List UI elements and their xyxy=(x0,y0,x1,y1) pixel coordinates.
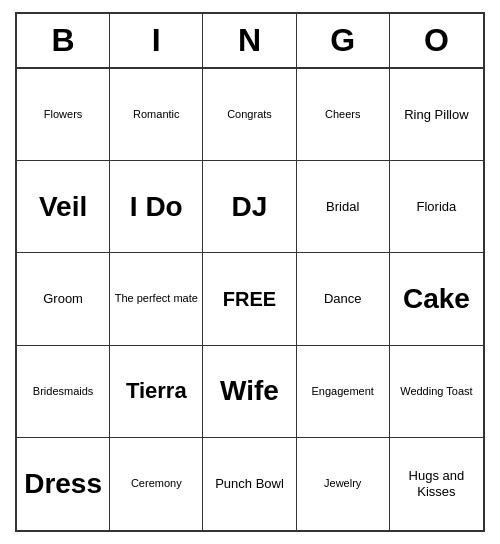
bingo-header: BINGO xyxy=(17,14,483,69)
header-cell: I xyxy=(110,14,203,67)
bingo-cell: Jewelry xyxy=(297,438,390,530)
bingo-cell: Congrats xyxy=(203,69,296,161)
bingo-grid: FlowersRomanticCongratsCheersRing Pillow… xyxy=(17,69,483,530)
bingo-cell: Florida xyxy=(390,161,483,253)
bingo-cell: Ceremony xyxy=(110,438,203,530)
bingo-cell: Cake xyxy=(390,253,483,345)
bingo-cell: Groom xyxy=(17,253,110,345)
bingo-cell: Bridesmaids xyxy=(17,346,110,438)
bingo-cell: Bridal xyxy=(297,161,390,253)
bingo-cell: Wife xyxy=(203,346,296,438)
bingo-cell: Wedding Toast xyxy=(390,346,483,438)
bingo-cell: Ring Pillow xyxy=(390,69,483,161)
bingo-cell: Tierra xyxy=(110,346,203,438)
bingo-cell: I Do xyxy=(110,161,203,253)
bingo-cell: DJ xyxy=(203,161,296,253)
bingo-cell: Romantic xyxy=(110,69,203,161)
bingo-cell: Dance xyxy=(297,253,390,345)
bingo-cell: Engagement xyxy=(297,346,390,438)
bingo-card: BINGO FlowersRomanticCongratsCheersRing … xyxy=(15,12,485,532)
header-cell: G xyxy=(297,14,390,67)
bingo-cell: The perfect mate xyxy=(110,253,203,345)
bingo-cell: Veil xyxy=(17,161,110,253)
bingo-cell: Cheers xyxy=(297,69,390,161)
bingo-cell: Flowers xyxy=(17,69,110,161)
header-cell: O xyxy=(390,14,483,67)
bingo-cell: Punch Bowl xyxy=(203,438,296,530)
header-cell: B xyxy=(17,14,110,67)
header-cell: N xyxy=(203,14,296,67)
bingo-cell: Hugs and Kisses xyxy=(390,438,483,530)
bingo-cell: Dress xyxy=(17,438,110,530)
bingo-cell: FREE xyxy=(203,253,296,345)
